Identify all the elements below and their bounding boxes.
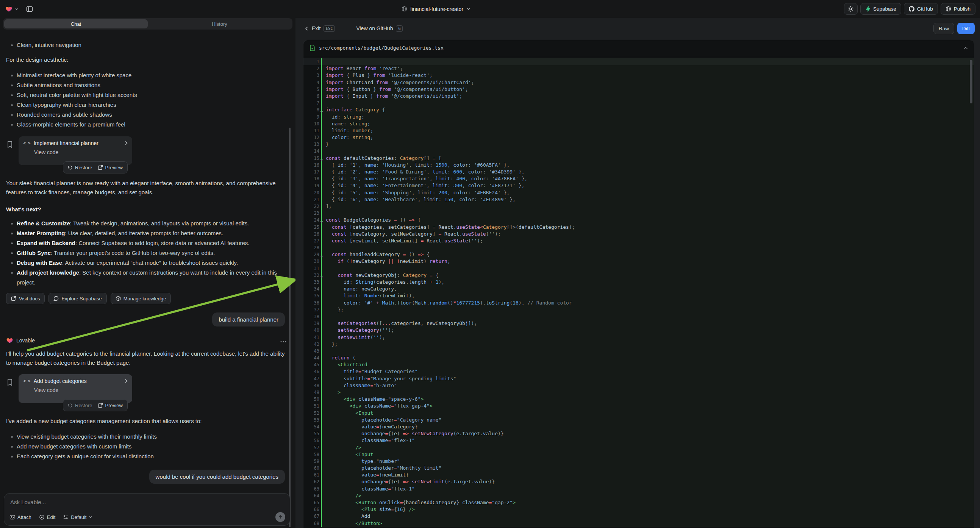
- attach-button[interactable]: Attach: [10, 514, 32, 520]
- version-card[interactable]: < >Add budget categoriesView code: [19, 374, 132, 403]
- restore-icon: [68, 403, 73, 408]
- explore-supabase-button[interactable]: Explore Supabase: [48, 293, 107, 304]
- github-button[interactable]: GitHub: [904, 3, 938, 15]
- bullet-dot-icon: [11, 84, 13, 86]
- diff-toggle-button[interactable]: Diff: [957, 23, 975, 34]
- code-text: setNewCategory('');: [322, 327, 974, 334]
- mode-select-default[interactable]: Default: [63, 514, 92, 520]
- code-text: const newCategoryObj: Category = {: [322, 272, 974, 279]
- chat-history-tab-bar: Chat History: [3, 18, 293, 30]
- code-text: [322, 265, 974, 272]
- user-message-bubble: would be cool if you could add budget ca…: [149, 470, 285, 484]
- line-number: 62: [304, 479, 321, 485]
- code-text: color: string;: [322, 134, 974, 141]
- code-line: 28: [304, 244, 974, 251]
- code-line: 12 color: string;: [304, 134, 974, 141]
- visit-docs-button[interactable]: Visit docs: [6, 293, 45, 304]
- code-text: value={newCategory}: [322, 423, 974, 430]
- collapse-chevron-up-icon[interactable]: [963, 46, 968, 49]
- line-number: 42: [304, 341, 321, 348]
- code-text: </Button>: [322, 520, 974, 527]
- code-scrollbar[interactable]: [970, 60, 972, 103]
- code-line: 40 setNewCategory('');: [304, 327, 974, 334]
- preview-button[interactable]: Preview: [98, 165, 123, 170]
- line-number: 24: [304, 217, 321, 223]
- preview-label: Preview: [105, 165, 123, 170]
- lovable-logo-heart-icon[interactable]: [5, 6, 13, 13]
- chat-scrollbar[interactable]: [289, 128, 291, 527]
- code-text: }: [322, 141, 974, 148]
- line-number: 16: [304, 162, 321, 169]
- bullet-dot-icon: [11, 242, 13, 244]
- view-code-link[interactable]: View code: [34, 387, 128, 393]
- code-text: [322, 148, 974, 154]
- code-text: if (!newCategory || !newLimit) return;: [322, 258, 974, 265]
- mode-chevron-down-icon: [89, 515, 92, 519]
- line-number: 11: [304, 127, 321, 134]
- bullet-dot-icon: [11, 44, 13, 46]
- view-on-github-link[interactable]: View on GitHub G: [356, 25, 402, 32]
- list-item-text: Debug with Ease: Activate our experiment…: [17, 258, 238, 268]
- code-text: [322, 100, 974, 107]
- line-number: 28: [304, 244, 321, 251]
- list-item-text: Add new budget categories with custom li…: [17, 442, 132, 452]
- lovable-editor-screen: financial-future-creator Supabase: [0, 0, 980, 528]
- code-line: 66 <Plus size={16} />: [304, 506, 974, 513]
- code-line: 63 className="flex-1": [304, 485, 974, 492]
- code-text: onChange={(e) => setNewCategory(e.target…: [322, 430, 974, 437]
- bookmark-icon[interactable]: [7, 379, 13, 388]
- line-number: 41: [304, 334, 321, 341]
- send-button[interactable]: [275, 512, 285, 522]
- restore-preview-toolbar: RestorePreview: [63, 399, 128, 411]
- bookmark-icon[interactable]: [7, 141, 13, 149]
- manage-knowledge-button[interactable]: Manage knowledge: [111, 293, 171, 304]
- code-line: 27 const [newLimit, setNewLimit] = React…: [304, 237, 974, 244]
- code-line: 57 />: [304, 444, 974, 451]
- publish-button[interactable]: Publish: [940, 3, 975, 15]
- raw-toggle-button[interactable]: Raw: [934, 23, 954, 34]
- preview-button[interactable]: Preview: [98, 402, 123, 408]
- code-text: limit: number;: [322, 127, 974, 134]
- code-text: import ChartCard from '@/components/ui/C…: [322, 79, 974, 86]
- line-number: 26: [304, 231, 321, 237]
- code-line: 50 <div className="space-y-6">: [304, 396, 974, 402]
- edit-select-button[interactable]: Edit: [39, 514, 55, 520]
- sidebar-toggle-icon[interactable]: [26, 3, 33, 15]
- tab-history[interactable]: History: [148, 19, 291, 29]
- line-number: 36: [304, 300, 321, 307]
- tab-chat[interactable]: Chat: [4, 19, 148, 29]
- version-card[interactable]: < >Implement financial plannerView code: [19, 136, 132, 165]
- bullet-list: Refine & Customize: Tweak the design, an…: [6, 219, 288, 288]
- code-text: return (: [322, 355, 974, 361]
- restore-button[interactable]: Restore: [68, 402, 92, 408]
- exit-button[interactable]: Exit ESC: [305, 25, 335, 32]
- workspace-chevron-down-icon[interactable]: [15, 7, 19, 11]
- file-header[interactable]: src/components/budget/BudgetCategories.t…: [304, 40, 974, 56]
- list-item-text: Rounded corners and subtle shadows: [17, 110, 112, 120]
- edit-target-icon: [39, 514, 45, 520]
- code-text: [322, 348, 974, 355]
- code-line: 17 { id: '2', name: 'Food & Dining', lim…: [304, 169, 974, 175]
- list-item: Debug with Ease: Activate our experiment…: [6, 258, 288, 268]
- list-item-text: Refine & Customize: Tweak the design, an…: [17, 219, 249, 228]
- project-switcher[interactable]: financial-future-creator: [401, 0, 471, 18]
- code-line: 49 >: [304, 389, 974, 396]
- list-item: Clean typography with clear hierarchies: [6, 100, 288, 110]
- code-line: 64 />: [304, 492, 974, 499]
- view-code-link[interactable]: View code: [34, 149, 128, 155]
- supabase-button[interactable]: Supabase: [860, 3, 901, 15]
- preview-label: Preview: [105, 402, 123, 408]
- chat-input[interactable]: Ask Lovable...: [10, 499, 285, 505]
- code-line: 51 <div className="flex gap-4">: [304, 402, 974, 409]
- message-options-icon[interactable]: [280, 337, 286, 344]
- bullet-dot-icon: [11, 232, 13, 234]
- code-line: 35 limit: Number(newLimit),: [304, 293, 974, 299]
- bullet-list: Clean, intuitive navigation: [6, 40, 288, 50]
- settings-gear-button[interactable]: [844, 3, 858, 15]
- chat-composer[interactable]: Ask Lovable... Attach Edit Default: [4, 493, 290, 526]
- arrow-up-icon: [278, 515, 283, 519]
- list-item: Master Prompting: Use clear, detailed, a…: [6, 228, 288, 238]
- chevron-right-icon: [125, 141, 128, 145]
- restore-button[interactable]: Restore: [68, 165, 92, 170]
- line-number: 27: [304, 237, 321, 244]
